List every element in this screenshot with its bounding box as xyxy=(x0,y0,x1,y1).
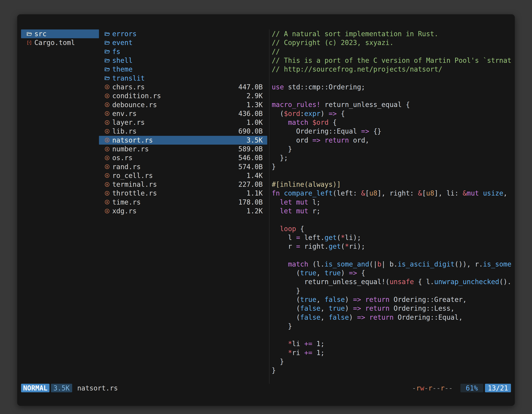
file-row[interactable]: Rchars.rs447.0B xyxy=(99,83,267,91)
file-name: Cargo.toml xyxy=(34,39,75,47)
code-line: fn compare_left(left: &[u8], right: &[u8… xyxy=(272,189,515,198)
svg-text:R: R xyxy=(106,112,108,115)
code-line: use std::cmp::Ordering; xyxy=(272,83,515,91)
code-line: } xyxy=(272,366,515,375)
status-bar: NORMAL 3.5K natsort.rs -rw-r--r-- 61% 13… xyxy=(21,384,511,392)
dir-row[interactable]: fs xyxy=(99,47,267,56)
folder-icon xyxy=(104,75,110,81)
file-row[interactable]: Renv.rs436.0B xyxy=(99,109,267,118)
file-name: env.rs xyxy=(112,110,137,118)
file-name: event xyxy=(112,39,133,47)
dir-row[interactable]: shell xyxy=(99,56,267,65)
file-name: translit xyxy=(112,74,145,82)
file-name: terminal.rs xyxy=(112,180,157,188)
code-line: } xyxy=(272,162,515,171)
svg-text:R: R xyxy=(106,95,108,97)
code-line: // http://sourcefrog.net/projects/natsor… xyxy=(272,65,515,74)
code-line: return_unless_equal!(unsafe { l.unwrap_u… xyxy=(272,277,515,286)
rust-icon: R xyxy=(104,182,110,187)
code-line: macro_rules! return_unless_equal { xyxy=(272,100,515,109)
file-row[interactable]: Rro_cell.rs1.4K xyxy=(99,171,267,180)
code-line: let mut r; xyxy=(272,207,515,215)
code-line: } xyxy=(272,357,515,366)
file-size: 1.2K xyxy=(247,207,263,215)
svg-text:R: R xyxy=(106,104,108,106)
code-line: *li += 1; xyxy=(272,339,515,348)
file-size: 546.0B xyxy=(238,154,263,162)
file-name: time.rs xyxy=(112,198,141,206)
file-name: shell xyxy=(112,57,133,64)
status-filename: natsort.rs xyxy=(77,384,118,392)
file-size: 436.0B xyxy=(238,110,263,118)
file-row[interactable]: Ros.rs546.0B xyxy=(99,154,267,162)
dir-row[interactable]: event xyxy=(99,38,267,47)
folder-icon xyxy=(104,58,110,63)
folder-icon xyxy=(104,67,110,72)
parent-pane: srcTCargo.toml xyxy=(21,29,99,384)
dir-row[interactable]: errors xyxy=(99,29,267,38)
dir-row[interactable]: translit xyxy=(99,74,267,82)
file-row[interactable]: Rthrottle.rs1.1K xyxy=(99,189,267,198)
rust-icon: R xyxy=(104,146,110,152)
dir-row[interactable]: src xyxy=(21,29,99,38)
file-size: 447.0B xyxy=(238,83,263,91)
rust-icon: R xyxy=(104,173,110,178)
code-line: *ri += 1; xyxy=(272,348,515,357)
code-line: // Copyright (c) 2023, sxyazi. xyxy=(272,38,515,47)
file-row[interactable]: Rxdg.rs1.2K xyxy=(99,207,267,215)
file-name: fs xyxy=(112,48,120,56)
file-name: rand.rs xyxy=(112,163,141,171)
preview-pane: // A natural sort implementation in Rust… xyxy=(269,29,515,384)
code-line xyxy=(272,251,515,260)
code-line: Ordering::Equal => {} xyxy=(272,127,515,136)
code-line: match $ord { xyxy=(272,118,515,127)
file-row[interactable]: Rcondition.rs2.9K xyxy=(99,91,267,100)
svg-text:R: R xyxy=(106,210,108,212)
file-row[interactable]: Rrand.rs574.0B xyxy=(99,162,267,171)
file-row[interactable]: TCargo.toml xyxy=(21,38,99,47)
file-row[interactable]: Rtime.rs178.0B xyxy=(99,198,267,207)
code-line: r = right.get(*ri); xyxy=(272,242,515,251)
svg-text:R: R xyxy=(106,86,108,88)
file-size: 3.5K xyxy=(247,136,263,144)
rust-icon: R xyxy=(104,199,110,205)
file-row[interactable]: Rdebounce.rs1.3K xyxy=(99,100,267,109)
svg-text:R: R xyxy=(106,192,108,195)
size-badge: 3.5K xyxy=(51,384,72,392)
code-line: loop { xyxy=(272,224,515,233)
file-size: 2.9K xyxy=(247,92,263,100)
rust-icon: R xyxy=(104,164,110,170)
dir-row[interactable]: theme xyxy=(99,65,267,74)
file-size: 574.0B xyxy=(238,163,263,171)
rust-icon: R xyxy=(104,93,110,99)
svg-text:R: R xyxy=(106,139,108,142)
file-row[interactable]: Rnatsort.rs3.5K xyxy=(99,136,267,144)
code-line: } xyxy=(272,144,515,154)
rust-icon: R xyxy=(104,191,110,196)
rust-icon: R xyxy=(104,137,110,143)
file-name: lib.rs xyxy=(112,127,137,135)
file-name: number.rs xyxy=(112,145,149,153)
file-row[interactable]: Rterminal.rs227.0B xyxy=(99,180,267,189)
file-name: theme xyxy=(112,65,133,73)
code-line: let mut l; xyxy=(272,198,515,207)
code-line: (true, false) => return Ordering::Greate… xyxy=(272,295,515,304)
file-size: 227.0B xyxy=(238,180,263,188)
file-name: layer.rs xyxy=(112,118,145,126)
file-row[interactable]: Rlib.rs690.0B xyxy=(99,127,267,136)
code-line: // This is a port of the C version of Ma… xyxy=(272,56,515,65)
folder-icon xyxy=(104,31,110,37)
file-name: src xyxy=(34,30,47,38)
file-row[interactable]: Rnumber.rs589.0B xyxy=(99,144,267,154)
code-line xyxy=(272,171,515,180)
code-line: }; xyxy=(272,154,515,162)
file-size: 1.3K xyxy=(247,101,263,109)
current-pane: errorseventfsshellthemetranslitRchars.rs… xyxy=(99,29,267,384)
svg-text:R: R xyxy=(106,174,108,177)
position-badge: 13/21 xyxy=(485,384,511,392)
file-row[interactable]: Rlayer.rs1.0K xyxy=(99,118,267,127)
code-line xyxy=(272,91,515,100)
code-line: (true, true) => { xyxy=(272,269,515,277)
svg-text:R: R xyxy=(106,201,108,204)
code-line: } xyxy=(272,286,515,295)
